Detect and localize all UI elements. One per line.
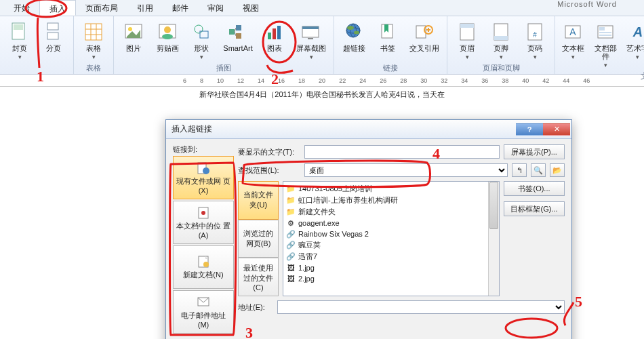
new-document-icon: [197, 255, 210, 268]
chevron-down-icon: ▾: [571, 54, 575, 60]
header-button[interactable]: 页眉▾: [451, 19, 483, 62]
svg-rect-19: [268, 33, 271, 39]
display-text-input[interactable]: [304, 145, 500, 159]
tab-home[interactable]: 开始: [4, 0, 39, 16]
tab-references[interactable]: 引用: [127, 0, 163, 16]
browse-file-button[interactable]: 📂: [550, 163, 565, 177]
tab-review[interactable]: 审阅: [198, 0, 233, 16]
folder-icon: 📁: [286, 196, 296, 205]
look-in-select[interactable]: 桌面: [304, 163, 508, 177]
file-item[interactable]: ⚙goagent.exe: [285, 218, 487, 228]
chevron-down-icon: ▾: [200, 54, 203, 60]
ribbon-group-tables: 表格▾ 表格: [74, 16, 114, 74]
link-to-new-document[interactable]: 新建文档(N): [173, 245, 234, 289]
ribbon-group-header-footer: 页眉▾ 页脚▾ # 页码▾ 页眉和页脚: [447, 16, 555, 74]
address-input[interactable]: [277, 300, 565, 314]
tab-page-layout[interactable]: 页面布局: [76, 0, 127, 16]
bookmark-dialog-button[interactable]: 书签(O)...: [504, 181, 565, 196]
globe-search-icon: 🔍: [534, 166, 543, 175]
ruler-tick: 24: [359, 77, 366, 84]
current-folder-tab[interactable]: 当前文件 夹(U): [238, 181, 279, 220]
ribbon-tabs: 开始 插入 页面布局 引用 邮件 审阅 视图: [0, 0, 644, 16]
svg-point-12: [164, 26, 171, 33]
browsed-pages-tab[interactable]: 浏览过的 网页(B): [238, 220, 279, 258]
file-item[interactable]: 📁140731-0805上岗培训: [285, 183, 487, 195]
scroll-thumb[interactable]: [489, 182, 498, 229]
file-item[interactable]: 📁新建文件夹: [285, 206, 487, 218]
link-to-existing-file[interactable]: 现有文件或网 页(X): [173, 156, 234, 199]
svg-rect-34: [460, 24, 474, 28]
bookmark-button[interactable]: 书签: [372, 19, 403, 54]
table-icon: [83, 21, 104, 43]
link-to-email[interactable]: 电子邮件地址 (M): [173, 290, 234, 334]
ruler-tick: 36: [481, 77, 488, 84]
browse-tabs: 当前文件 夹(U) 浏览过的 网页(B) 最近使用 过的文件 (C): [238, 181, 279, 296]
ruler-tick: 20: [319, 77, 325, 84]
footer-button[interactable]: 页脚▾: [485, 19, 517, 62]
folder-icon: 📁: [286, 184, 296, 194]
file-item[interactable]: 🖼2.jpg: [285, 273, 487, 284]
tab-mailings[interactable]: 邮件: [163, 0, 198, 16]
wordart-button[interactable]: A 艺术字▾: [624, 19, 644, 62]
screenshot-button[interactable]: 屏幕截图▾: [293, 19, 329, 62]
up-folder-icon: ↰: [517, 166, 523, 175]
svg-rect-20: [273, 28, 276, 39]
screentip-button[interactable]: 屏幕提示(P)...: [504, 144, 565, 159]
page-break-button[interactable]: 分页: [38, 19, 69, 54]
page-number-button[interactable]: # 页码▾: [519, 19, 550, 62]
chevron-down-icon: ▾: [310, 54, 313, 60]
hyperlink-button[interactable]: 超链接: [338, 19, 369, 54]
tab-view[interactable]: 视图: [233, 0, 268, 16]
file-item[interactable]: 🔗Rainbow Six Vegas 2: [285, 228, 487, 239]
svg-point-13: [162, 34, 173, 39]
shapes-button[interactable]: 形状▾: [186, 19, 217, 62]
folder-open-icon: 📂: [552, 166, 562, 175]
clipart-button[interactable]: 剪贴画: [152, 19, 183, 54]
file-item[interactable]: 🔗豌豆荚: [285, 239, 487, 251]
document-location-icon: [197, 206, 210, 220]
cross-reference-icon: [414, 21, 435, 43]
file-item[interactable]: 🖼1.jpg: [285, 262, 487, 273]
quick-parts-icon: [595, 21, 616, 43]
table-button[interactable]: 表格▾: [78, 19, 109, 62]
smartart-button[interactable]: SmartArt: [220, 19, 256, 54]
cross-reference-button[interactable]: 交叉引用: [406, 19, 443, 54]
quick-parts-button[interactable]: 文档部件▾: [589, 19, 621, 71]
svg-rect-3: [47, 33, 58, 39]
globe-link-icon: [343, 21, 365, 43]
up-one-level-button[interactable]: ↰: [512, 163, 527, 177]
globe-page-icon: [197, 161, 210, 175]
svg-rect-18: [236, 33, 241, 39]
file-item[interactable]: 🔗迅雷7: [285, 251, 487, 262]
document-area[interactable]: 新华社联合国4月4日（2011年）电联合国秘书长发言人哈克4日说，当天在: [0, 87, 644, 107]
link-to-this-document[interactable]: 本文档中的位 置(A): [173, 201, 234, 244]
ruler-tick: 22: [339, 77, 346, 84]
textbox-button[interactable]: A 文本框▾: [559, 19, 586, 62]
screenshot-icon: [300, 21, 322, 43]
picture-button[interactable]: 图片: [118, 19, 149, 54]
file-list-scrollbar[interactable]: [488, 182, 499, 296]
chart-button[interactable]: 图表: [259, 19, 290, 54]
chevron-down-icon: ▾: [636, 54, 639, 60]
recent-files-tab[interactable]: 最近使用 过的文件 (C): [238, 258, 279, 296]
dialog-help-button[interactable]: ?: [516, 123, 543, 136]
ruler-tick: 44: [563, 77, 569, 84]
exe-icon: ⚙: [286, 218, 296, 228]
folder-icon: 📁: [286, 207, 296, 217]
chart-icon: [264, 21, 285, 43]
file-item[interactable]: 📁虹口培训-上海市养生机构调研: [285, 195, 487, 206]
browse-web-button[interactable]: 🔍: [531, 163, 546, 177]
page-number-icon: #: [524, 21, 546, 43]
tab-insert[interactable]: 插入: [39, 0, 76, 16]
cover-page-button[interactable]: 封页▾: [4, 19, 35, 62]
bookmark-icon: [377, 21, 399, 43]
footer-icon: [490, 21, 512, 43]
dialog-titlebar[interactable]: 插入超链接 ? ✕: [166, 120, 571, 139]
email-icon: [197, 296, 210, 309]
link-to-panel: 链接到: 现有文件或网 页(X) 本文档中的位 置(A) 新建文档(N) 电子邮…: [173, 144, 234, 334]
svg-point-29: [354, 31, 359, 35]
svg-point-14: [195, 25, 203, 33]
dialog-close-button[interactable]: ✕: [543, 123, 570, 136]
chevron-down-icon: ▾: [92, 54, 96, 60]
target-frame-button[interactable]: 目标框架(G)...: [504, 201, 565, 216]
